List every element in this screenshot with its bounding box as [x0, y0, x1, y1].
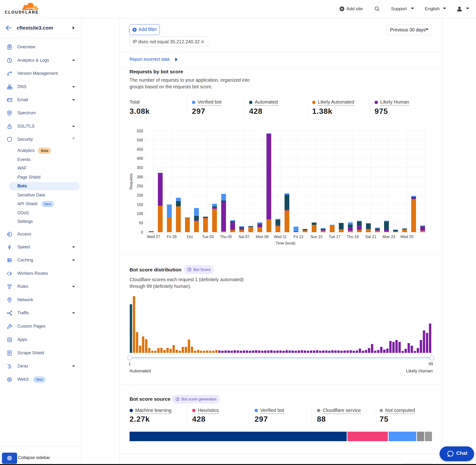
svg-text:50: 50	[139, 221, 143, 225]
svg-text:100: 100	[137, 212, 143, 216]
svg-text:CLOUDFLARE: CLOUDFLARE	[5, 10, 39, 14]
svg-text:450: 450	[137, 147, 143, 151]
svg-text:Wed 25: Wed 25	[401, 235, 414, 239]
svg-text:Thu 19: Thu 19	[347, 235, 359, 239]
svg-text:Oct: Oct	[187, 235, 193, 239]
svg-text:Tue 03: Tue 03	[202, 235, 214, 239]
svg-text:Sat 21: Sat 21	[365, 235, 376, 239]
svg-text:Mon 23: Mon 23	[382, 235, 395, 239]
svg-text:350: 350	[137, 166, 143, 170]
svg-text:150: 150	[137, 203, 143, 207]
svg-text:200: 200	[137, 193, 143, 197]
svg-text:400: 400	[137, 157, 143, 160]
svg-text:Sat 07: Sat 07	[239, 235, 250, 239]
svg-text:Tue 17: Tue 17	[328, 235, 340, 239]
svg-text:Wed 27: Wed 27	[147, 235, 160, 239]
svg-text:Mon 09: Mon 09	[256, 235, 268, 239]
svg-text:Time (local): Time (local)	[276, 241, 296, 245]
svg-text:Thu 05: Thu 05	[220, 235, 232, 239]
svg-text:Requests: Requests	[129, 173, 133, 190]
svg-text:Sun 15: Sun 15	[310, 235, 323, 239]
svg-text:Wed 11: Wed 11	[274, 235, 287, 239]
svg-text:250: 250	[137, 184, 143, 188]
svg-text:0: 0	[141, 230, 143, 234]
svg-text:Fri 13: Fri 13	[294, 235, 303, 239]
svg-text:300: 300	[137, 175, 143, 179]
svg-text:Fri 29: Fri 29	[167, 235, 177, 239]
svg-text:500: 500	[137, 138, 143, 142]
svg-text:550: 550	[137, 129, 143, 133]
